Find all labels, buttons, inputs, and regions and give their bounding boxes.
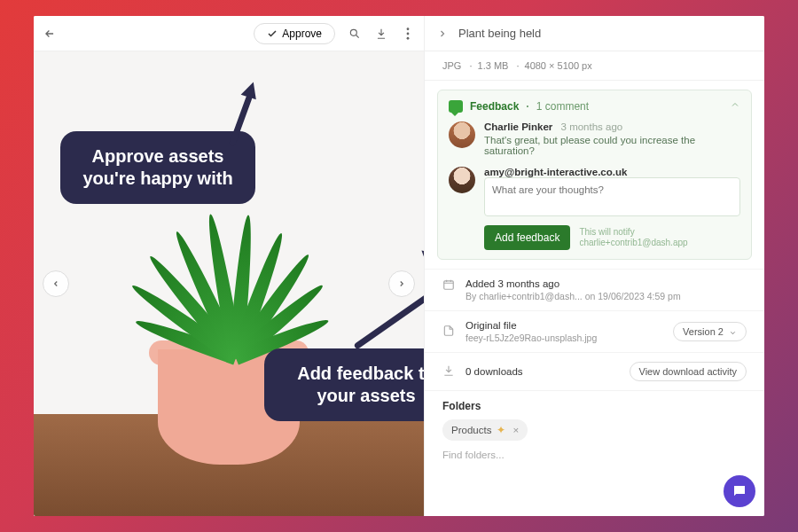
original-file-section: Original file feey-rL5Jz2e9Rao-unsplash.… — [425, 310, 764, 352]
svg-rect-4 — [444, 281, 454, 289]
avatar — [449, 121, 475, 148]
find-folders-input[interactable]: Find folders... — [442, 450, 747, 460]
file-size: 1.3 MB — [464, 60, 508, 71]
notify-text: This will notify charlie+contrib1@dash.a… — [579, 227, 687, 248]
annotation-approve: Approve assets you're happy with — [60, 131, 255, 204]
annotation-feedback: Add feedback to your assets — [264, 348, 424, 421]
feedback-count: 1 comment — [536, 100, 589, 113]
folder-chip[interactable]: Products ✦ × — [442, 419, 528, 441]
comment-author: Charlie Pinker — [484, 121, 552, 132]
remove-chip-icon[interactable]: × — [512, 425, 519, 435]
feedback-icon — [449, 100, 463, 113]
feedback-reply: amy@bright-interactive.co.uk Add feedbac… — [449, 167, 740, 250]
collapse-panel-icon[interactable] — [435, 27, 450, 41]
panel-header: Plant being held — [425, 16, 764, 51]
asset-image — [34, 51, 424, 516]
next-asset-button[interactable] — [388, 270, 415, 297]
download-icon[interactable] — [374, 27, 388, 41]
more-icon[interactable] — [401, 27, 415, 41]
viewer-toolbar: Approve — [34, 16, 424, 51]
added-by: By charlie+contrib1@dash... on 19/06/202… — [466, 291, 681, 301]
svg-point-1 — [407, 27, 410, 30]
feedback-heading: Feedback — [470, 100, 519, 113]
approve-button[interactable]: Approve — [254, 23, 335, 44]
folders-section: Folders Products ✦ × Find folders... — [425, 390, 764, 469]
svg-point-0 — [350, 29, 356, 35]
file-dimensions: 4080 × 5100 px — [511, 60, 591, 71]
file-icon — [442, 325, 457, 339]
file-format: JPG — [442, 60, 461, 71]
chat-fab[interactable] — [724, 475, 755, 507]
asset-title: Plant being held — [458, 27, 541, 40]
reply-user: amy@bright-interactive.co.uk — [484, 167, 627, 177]
approve-label: Approve — [282, 27, 322, 40]
details-panel: Plant being held JPG 1.3 MB 4080 × 5100 … — [424, 16, 764, 516]
added-section: Added 3 months ago By charlie+contrib1@d… — [425, 269, 764, 310]
feedback-section: Feedback · 1 comment Charlie Pinker 3 mo… — [437, 90, 752, 260]
original-file-title: Original file — [466, 320, 664, 331]
image-stage: Approve assets you're happy with Add fee… — [34, 51, 424, 516]
added-title: Added 3 months ago — [466, 278, 681, 289]
zoom-icon[interactable] — [348, 27, 362, 41]
version-selector[interactable]: Version 2 — [673, 322, 747, 341]
feedback-input[interactable] — [484, 177, 740, 216]
download-count-icon — [442, 364, 457, 379]
original-file-name: feey-rL5Jz2e9Rao-unsplash.jpg — [466, 332, 664, 343]
calendar-icon — [442, 278, 457, 293]
folders-heading: Folders — [442, 400, 747, 412]
collapse-feedback-icon[interactable] — [730, 99, 740, 113]
feedback-comment: Charlie Pinker 3 months ago That's great… — [449, 121, 740, 156]
view-download-activity-button[interactable]: View download activity — [630, 362, 747, 381]
comment-text: That's great, but please could you incre… — [484, 135, 740, 156]
add-feedback-button[interactable]: Add feedback — [484, 225, 570, 250]
comment-time: 3 months ago — [561, 121, 623, 132]
downloads-count: 0 downloads — [466, 366, 621, 377]
svg-point-3 — [407, 36, 410, 39]
svg-point-2 — [407, 32, 410, 35]
file-meta: JPG 1.3 MB 4080 × 5100 px — [425, 51, 764, 81]
prev-asset-button[interactable] — [43, 270, 69, 297]
downloads-section: 0 downloads View download activity — [425, 352, 764, 390]
avatar — [449, 167, 475, 193]
asset-viewer: Approve — [34, 16, 424, 516]
back-icon[interactable] — [43, 27, 57, 41]
